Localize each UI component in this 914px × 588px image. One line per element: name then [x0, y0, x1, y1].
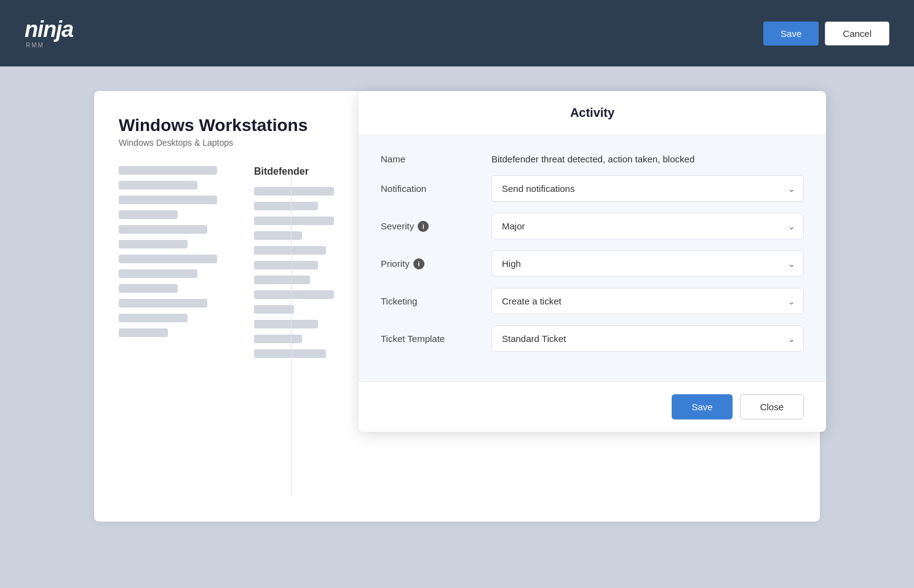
skeleton-line	[119, 284, 178, 293]
skeleton-line	[254, 246, 326, 255]
activity-title: Activity	[381, 106, 804, 120]
severity-row: Severity i None Informational Minor Majo…	[381, 213, 804, 239]
name-value: Bitdefender threat detected, action take…	[491, 154, 804, 164]
skeleton-col-left	[119, 166, 217, 358]
skeleton-line	[254, 305, 294, 314]
ticketing-select[interactable]: Do not create a ticket Create a ticket	[491, 288, 804, 314]
nav-save-button[interactable]: Save	[763, 22, 819, 46]
activity-panel: Activity Name Bitdefender threat detecte…	[359, 91, 826, 432]
priority-info-icon[interactable]: i	[413, 258, 424, 269]
logo-area: ninja RMM	[25, 18, 73, 49]
skeleton-line	[119, 196, 217, 204]
ticketing-select-wrapper: Do not create a ticket Create a ticket ⌄	[491, 288, 804, 314]
skeleton-line	[254, 276, 310, 284]
nav-cancel-button[interactable]: Cancel	[825, 22, 889, 46]
severity-select[interactable]: None Informational Minor Major Critical	[491, 213, 804, 239]
skeleton-line	[254, 217, 334, 225]
ticket-template-row: Ticket Template Standard Ticket Custom T…	[381, 325, 804, 352]
section-header: Bitdefender	[254, 166, 334, 177]
activity-footer: Save Close	[359, 381, 826, 432]
modal-close-button[interactable]: Close	[740, 394, 804, 419]
ticketing-label: Ticketing	[381, 296, 491, 306]
skeleton-line	[119, 314, 188, 322]
severity-select-wrapper: None Informational Minor Major Critical …	[491, 213, 804, 239]
skeleton-line	[119, 240, 188, 248]
priority-select-wrapper: None Low Medium High Urgent ⌄	[491, 250, 804, 277]
skeleton-line	[119, 269, 197, 278]
priority-label: Priority i	[381, 258, 491, 269]
notification-select-wrapper: Send notifications Do not send notificat…	[491, 175, 804, 202]
skeleton-line	[254, 320, 318, 328]
severity-info-icon[interactable]: i	[418, 221, 429, 232]
priority-row: Priority i None Low Medium High Urgent ⌄	[381, 250, 804, 277]
skeleton-line	[119, 210, 178, 219]
notification-select[interactable]: Send notifications Do not send notificat…	[491, 175, 804, 202]
activity-body: Name Bitdefender threat detected, action…	[359, 135, 826, 381]
severity-label: Severity i	[381, 221, 491, 232]
skeleton-line	[119, 181, 197, 189]
background-card: Windows Workstations Windows Desktops & …	[94, 91, 820, 522]
nav-buttons: Save Cancel	[763, 22, 889, 46]
skeleton-line	[119, 225, 207, 234]
logo-text: ninja	[25, 17, 73, 42]
skeleton-line	[254, 187, 334, 196]
name-row: Name Bitdefender threat detected, action…	[381, 154, 804, 164]
ticket-template-select[interactable]: Standard Ticket Custom Ticket	[491, 325, 804, 352]
ticketing-row: Ticketing Do not create a ticket Create …	[381, 288, 804, 314]
ticket-template-label: Ticket Template	[381, 333, 491, 344]
notification-label: Notification	[381, 183, 491, 194]
vertical-divider	[291, 171, 292, 497]
skeleton-col-right	[254, 187, 334, 358]
activity-header: Activity	[359, 91, 826, 135]
skeleton-line	[119, 255, 217, 263]
skeleton-line	[254, 202, 318, 210]
name-label: Name	[381, 154, 491, 164]
skeleton-line	[119, 299, 207, 308]
skeleton-line	[254, 231, 302, 240]
main-area: Windows Workstations Windows Desktops & …	[0, 66, 914, 588]
section-with-header: Bitdefender	[254, 166, 334, 358]
top-navigation: ninja RMM Save Cancel	[0, 0, 914, 66]
skeleton-line	[119, 328, 168, 337]
skeleton-line	[254, 261, 318, 269]
logo-rmm: RMM	[25, 42, 73, 49]
notification-row: Notification Send notifications Do not s…	[381, 175, 804, 202]
skeleton-line	[254, 335, 302, 343]
ticket-template-select-wrapper: Standard Ticket Custom Ticket ⌄	[491, 325, 804, 352]
skeleton-line	[254, 349, 326, 358]
skeleton-line	[119, 166, 217, 175]
modal-save-button[interactable]: Save	[672, 394, 732, 419]
priority-select[interactable]: None Low Medium High Urgent	[491, 250, 804, 277]
skeleton-line	[254, 290, 334, 299]
